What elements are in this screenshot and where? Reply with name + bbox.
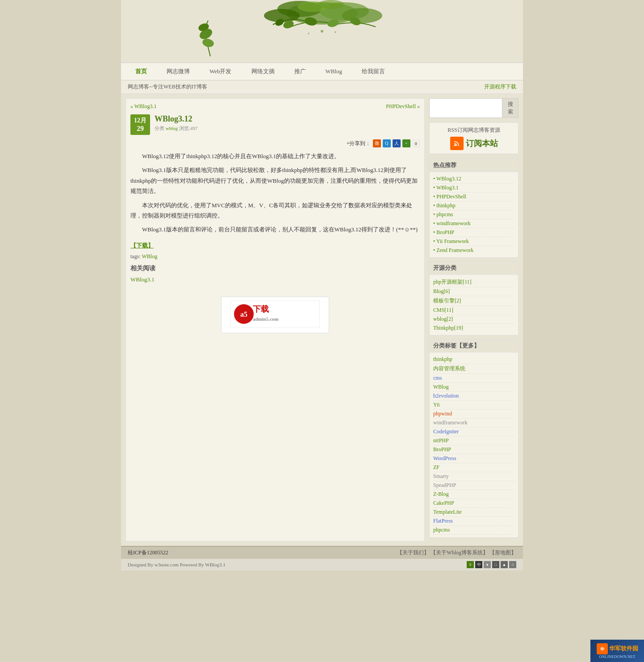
tag-1[interactable]: thinkphp [433,355,514,364]
hot-item-7[interactable]: BroPHP [433,228,514,237]
nav-home[interactable]: 首页 [125,64,157,79]
svg-rect-23 [453,139,461,147]
footer-link-sitemap[interactable]: 【形地图】 [489,549,516,556]
search-button[interactable]: 搜索 [502,99,518,117]
article-tags: tags: WBlog [130,253,420,260]
content-area: « WBlog3.1 PHPDevShell » 12月 29 WBlog3.1… [125,98,425,541]
tag-20[interactable]: phpcms [433,526,514,535]
footer-icons: S 中 ♦ □ ▲ ☆ [467,561,516,568]
article-category[interactable]: wblog [166,126,178,131]
tag-9[interactable]: CodeIgniter [433,427,514,436]
nav-promotion[interactable]: 推广 [284,64,316,79]
open-cat-5[interactable]: wblog[2] [433,315,514,324]
tag-14[interactable]: Smarty [433,472,514,481]
open-cat-1[interactable]: php开源框架[11] [433,277,514,287]
breadcrumb: « WBlog3.1 PHPDevShell » [130,103,420,110]
tag-6[interactable]: Yii [433,401,514,410]
tag-18[interactable]: TemplateLite [433,508,514,517]
site-description: 网志博客--专注WEB技术的IT博客 [128,83,207,91]
nav-web-dev[interactable]: Web开发 [200,64,242,79]
footer-icon-zh[interactable]: 中 [475,561,482,568]
svg-point-6 [318,0,344,9]
tag-12[interactable]: WordPress [433,454,514,463]
svg-text:下载: 下载 [253,305,269,314]
tag-8[interactable]: windframework [433,419,514,427]
tag-5[interactable]: b2evolution [433,392,514,401]
footer-designed: Designed By w3note.com Powered By WBlog3… [128,562,226,567]
hot-item-3[interactable]: PHPDevShell [433,193,514,201]
footer-links-bar: 桂ICP备12005522 【关于我们】 【关于Wblog博客系统】 【形地图】 [121,547,523,559]
footer-link-wblog[interactable]: 【关于Wblog博客系统】 [431,549,488,556]
open-cat-3[interactable]: 模板引擎[2] [433,296,514,306]
nav-weibo[interactable]: 网志微博 [157,64,200,79]
prev-article-link[interactable]: « WBlog3.1 [130,103,156,110]
svg-text:admin5.com: admin5.com [253,316,279,322]
content-para-1: WBlog3.12使用了thinkphp3.12的核心并且在WBlog3.1的基… [130,151,420,161]
banner-image[interactable]: a5 下载 admin5.com [221,297,329,333]
open-source-link[interactable]: 开源程序下载 [484,83,516,91]
hot-item-8[interactable]: Yii Framework [433,237,514,246]
svg-point-17 [201,38,215,48]
tag-16[interactable]: Z-Blog [433,490,514,499]
tag-3[interactable]: cms [433,374,514,383]
footer-bottom: Designed By w3note.com Powered By WBlog3… [121,559,523,570]
hot-section: 热点推荐 WBlog3.12 WBlog3.1 PHPDevShell thin… [429,159,519,258]
hot-section-content: WBlog3.12 WBlog3.1 PHPDevShell thinkphp … [430,172,518,257]
share-icon-ren[interactable]: 人 [393,139,401,147]
hot-section-title: 热点推荐 [430,159,518,172]
hot-item-2[interactable]: WBlog3.1 [433,184,514,193]
banner-area: a5 下载 admin5.com [130,292,420,338]
hot-item-5[interactable]: phpcms [433,210,514,219]
article-month: 12月 [134,117,146,125]
tag-4[interactable]: WBlog [433,383,514,392]
tag-wblog[interactable]: WBlog [142,253,157,260]
hot-item-6[interactable]: windframework [433,219,514,228]
tag-17[interactable]: CakePHP [433,499,514,508]
tags-section: 分类标签【更多】 thinkphp 内容管理系统 cms WBlog b2evo… [429,339,519,538]
footer-icon-square[interactable]: □ [492,561,499,568]
footer-icon-diamond[interactable]: ♦ [484,561,491,568]
download-link[interactable]: 【下载】 [130,242,154,249]
hot-item-4[interactable]: thinkphp [433,201,514,210]
tag-13[interactable]: ZF [433,463,514,472]
nav-wblog[interactable]: WBlog [316,64,352,79]
nav-articles[interactable]: 网络文摘 [242,64,284,79]
hot-item-9[interactable]: Zend Framework [433,246,514,255]
tag-15[interactable]: SpeadPHP [433,481,514,490]
footer-icon-triangle[interactable]: ▲ [501,561,508,568]
tag-10[interactable]: nitPHP [433,436,514,445]
footer-link-about[interactable]: 【关于我们】 [397,549,429,556]
article-title[interactable]: WBlog3.12 [155,114,192,123]
tag-11[interactable]: BroPHP [433,445,514,454]
tag-7[interactable]: phpwind [433,410,514,419]
hot-item-1[interactable]: WBlog3.12 [433,175,514,184]
search-input[interactable] [430,99,502,117]
open-cat-6[interactable]: Thinkphp[19] [433,324,514,332]
svg-text:a5: a5 [240,310,247,318]
open-cat-4[interactable]: CMS[11] [433,306,514,315]
tag-19[interactable]: FlatPress [433,517,514,526]
main-layout: « WBlog3.1 PHPDevShell » 12月 29 WBlog3.1… [121,94,523,546]
svg-point-13 [308,33,309,34]
related-item-1[interactable]: WBlog3.1 [130,276,420,283]
article-title-area: WBlog3.12 分类 wblog 浏览:497 [155,114,420,135]
site-header [121,0,523,63]
footer-icon-s[interactable]: S [467,561,474,568]
nav-guestbook[interactable]: 给我留言 [352,64,395,79]
footer-icon-star[interactable]: ☆ [509,561,516,568]
content-para-4: WBlog3.1版本的留言和评论，前台只能留言或者评论，别人不能回复，这在WBl… [130,224,420,235]
nav-bar: 首页 网志微博 Web开发 网络文摘 推广 WBlog 给我留言 [121,63,523,80]
share-icon-weibo[interactable]: 微 [373,139,381,147]
share-icon-qq[interactable]: Q [383,139,391,147]
svg-point-12 [321,30,323,33]
rss-label[interactable]: 订阅本站 [466,138,498,149]
share-icon-more[interactable]: + [402,139,410,147]
tags-section-title: 分类标签【更多】 [430,339,518,352]
next-article-link[interactable]: PHPDevShell » [386,103,420,110]
sub-header: 网志博客--专注WEB技术的IT博客 开源程序下载 [121,80,523,94]
open-cats-content: php开源框架[11] Blog[6] 模板引擎[2] CMS[11] wblo… [430,275,518,335]
open-cat-2[interactable]: Blog[6] [433,287,514,296]
rss-subscribe: 订阅本站 [433,137,514,150]
tag-2[interactable]: 内容管理系统 [433,364,514,374]
footer-links: 【关于我们】 【关于Wblog博客系统】 【形地图】 [397,549,516,557]
